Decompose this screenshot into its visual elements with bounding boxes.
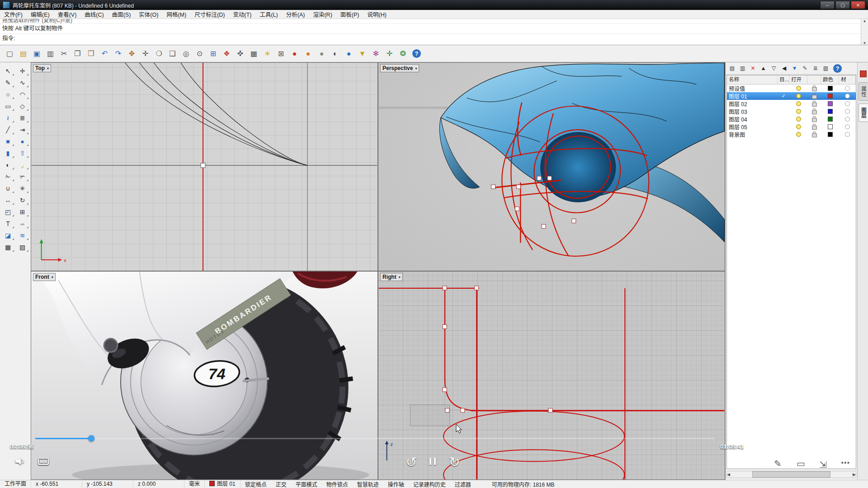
layer-visibility-toggle[interactable]: [789, 117, 807, 122]
maximize-button[interactable]: ▢: [835, 1, 850, 9]
status-toggle[interactable]: 过滤器: [450, 480, 476, 488]
solid-cylinder[interactable]: ▮: [1, 147, 15, 159]
layer-lock-toggle[interactable]: [807, 109, 821, 114]
status-toggle[interactable]: 物件锁点: [322, 480, 353, 488]
status-toggle[interactable]: 操作轴: [383, 480, 409, 488]
command-prompt[interactable]: 指令:: [0, 33, 868, 43]
layer-visibility-toggle[interactable]: [789, 109, 807, 114]
layer-material[interactable]: [839, 94, 856, 99]
layer-material[interactable]: [839, 117, 856, 122]
menu-item[interactable]: 分析(A): [282, 9, 309, 19]
layer-lock-toggle[interactable]: [807, 94, 821, 99]
column-lock[interactable]: [807, 75, 821, 84]
layer-visibility-toggle[interactable]: [789, 132, 807, 137]
column-color[interactable]: 颜色: [821, 75, 839, 84]
rectangle[interactable]: ▭: [1, 100, 15, 112]
array-tool[interactable]: ⊞: [16, 206, 29, 217]
move-down[interactable]: ▽: [769, 64, 778, 73]
layer-material[interactable]: [839, 132, 856, 137]
open-file[interactable]: ▤: [17, 47, 29, 60]
menu-item[interactable]: 面板(P): [336, 9, 363, 19]
delete-layer[interactable]: ✕: [748, 64, 758, 73]
viewport-front[interactable]: BOMBARDIER HOTRX 74 Front▾: [31, 271, 378, 480]
menu-item[interactable]: 变动(T): [229, 9, 256, 19]
layer-color-swatch[interactable]: [821, 94, 839, 99]
menu-item[interactable]: 文件(F): [0, 9, 27, 19]
rotate-tool[interactable]: ↻: [16, 194, 29, 206]
dimension-tool[interactable]: ⇔: [16, 218, 29, 229]
menu-item[interactable]: 网格(M): [162, 9, 190, 19]
cut[interactable]: ✂: [58, 47, 70, 60]
move-up[interactable]: ▲: [759, 64, 768, 73]
status-toggle[interactable]: 正交: [271, 480, 291, 488]
status-toggle[interactable]: 平面模式: [291, 480, 322, 488]
viewport-title-right[interactable]: Right▾: [380, 273, 403, 281]
grid-table[interactable]: ⊞: [207, 47, 219, 60]
collapse[interactable]: ◀: [779, 64, 789, 73]
units-indicator[interactable]: 毫米: [184, 480, 205, 488]
layer-row[interactable]: 图层 01 ✓: [727, 92, 856, 100]
panel-tab[interactable]: 图层: [859, 103, 868, 122]
menu-item[interactable]: 渲染(R): [309, 9, 336, 19]
zoom-extents[interactable]: ◎: [180, 47, 192, 60]
extrude[interactable]: ⇧: [16, 147, 29, 159]
grid-snap[interactable]: ▦: [1, 241, 15, 253]
menu-item[interactable]: 实体(O): [135, 9, 162, 19]
copy[interactable]: ❐: [71, 47, 84, 60]
render-blue[interactable]: ●: [343, 47, 355, 60]
offset-curve[interactable]: ≣: [16, 112, 29, 123]
column-on[interactable]: 打开: [789, 75, 807, 84]
new-file[interactable]: ▢: [4, 47, 16, 60]
layer-color-swatch[interactable]: [821, 109, 839, 114]
layer-material[interactable]: [839, 109, 856, 114]
list-view[interactable]: ≣: [811, 64, 820, 73]
scroll-up-icon[interactable]: ▲: [863, 19, 867, 23]
layer-row[interactable]: 背景图: [727, 131, 856, 138]
right-viewport-canvas[interactable]: z: [378, 272, 725, 479]
curve-draw[interactable]: ✎: [1, 77, 15, 88]
options-flower[interactable]: ✻: [370, 47, 382, 60]
explode[interactable]: ✳: [16, 183, 29, 194]
save[interactable]: ▣: [31, 47, 43, 60]
perspective-viewport-canvas[interactable]: [378, 63, 725, 271]
layer-visibility-toggle[interactable]: [789, 94, 807, 99]
column-name[interactable]: 名称: [727, 75, 778, 84]
menu-item[interactable]: 曲线(C): [80, 9, 108, 19]
layer-material[interactable]: [839, 101, 856, 106]
edit[interactable]: ✎: [800, 64, 810, 73]
new-layer[interactable]: ▤: [727, 64, 737, 73]
text-tool[interactable]: T: [1, 218, 15, 229]
gumball-move[interactable]: ✛: [16, 65, 29, 76]
layer-lock-toggle[interactable]: [807, 117, 821, 122]
line[interactable]: ╱: [1, 124, 15, 135]
layer-visibility-toggle[interactable]: [789, 101, 807, 106]
viewport-top[interactable]: x Top▾: [31, 62, 378, 271]
layer-color-swatch[interactable]: [821, 86, 839, 91]
top-viewport-canvas[interactable]: x: [31, 63, 377, 271]
undo[interactable]: ↶: [99, 47, 111, 60]
current-layer-check[interactable]: ✓: [778, 93, 789, 99]
viewport-right[interactable]: z Right▾: [378, 271, 725, 480]
layer-row[interactable]: 图层 02: [727, 100, 856, 108]
command-scrollbar[interactable]: ▲ ▼: [861, 19, 868, 45]
layer-row[interactable]: 预设值: [727, 84, 856, 92]
curve-free[interactable]: ∿: [16, 77, 29, 88]
scrollbar-thumb[interactable]: [752, 471, 830, 478]
menu-item[interactable]: 查看(V): [54, 9, 81, 19]
layer-color-swatch[interactable]: [821, 101, 839, 106]
layer-material[interactable]: [839, 86, 856, 91]
control-points[interactable]: [443, 286, 552, 413]
layer-visibility-toggle[interactable]: [789, 124, 807, 129]
lamp[interactable]: ☀: [261, 47, 274, 60]
chevron-down-icon[interactable]: ▾: [415, 66, 417, 70]
close-button[interactable]: ✕: [851, 1, 865, 9]
layer-row[interactable]: 图层 03: [727, 108, 856, 115]
redo[interactable]: ↷: [112, 47, 124, 60]
solid-sphere[interactable]: ●: [16, 136, 29, 147]
layer-visibility-toggle[interactable]: [789, 86, 807, 91]
scroll-right-icon[interactable]: ▶: [853, 472, 856, 477]
lock-toggle[interactable]: ⊠: [275, 47, 287, 60]
layer-color-swatch[interactable]: [821, 117, 839, 122]
minimize-button[interactable]: –: [820, 1, 835, 9]
command-history[interactable]: 拖曳选取的物件 (复制(C)=是) 快按 Alt 键可以复制物件 指令: ▲ ▼: [0, 19, 868, 45]
